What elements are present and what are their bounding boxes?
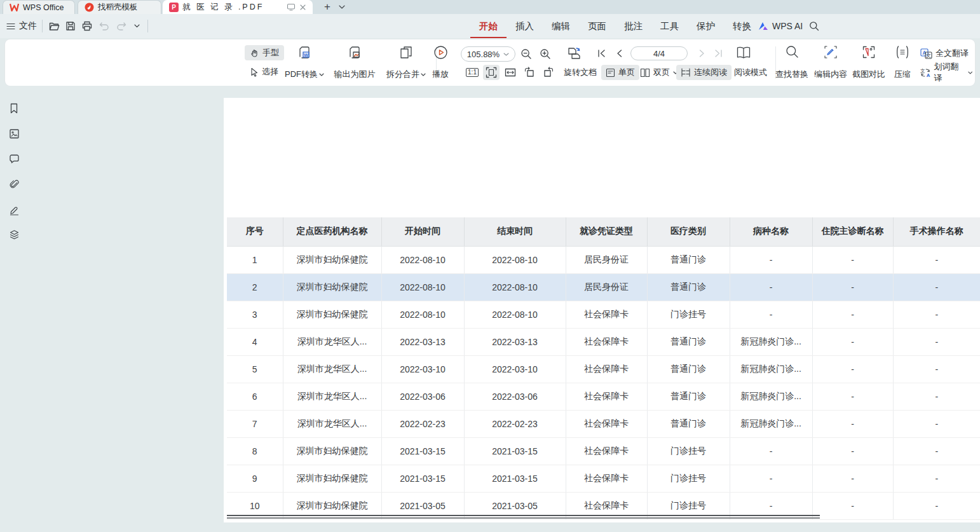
play-button[interactable]: 播放 [426, 45, 454, 80]
full-translate-button[interactable]: A 文 全文翻译 [918, 46, 971, 61]
pdf-convert-button[interactable]: W PDF转换 [280, 45, 329, 80]
quickbar-more-button[interactable] [132, 19, 142, 33]
rotate-right-button[interactable] [540, 65, 557, 80]
table-cell: - [812, 410, 893, 437]
menu-item-home[interactable]: 开始 [470, 14, 507, 38]
open-book-icon [736, 46, 751, 60]
table-header-cell: 医疗类别 [647, 217, 730, 246]
find-replace-button[interactable]: 查找替换 [771, 45, 813, 80]
previous-page-button[interactable] [613, 47, 625, 60]
table-cell: 3 [227, 301, 283, 328]
swap-pages-icon [566, 46, 582, 61]
pdf-convert-label: PDF转换 [285, 69, 318, 80]
table-bottom-scrollbar[interactable] [227, 515, 820, 519]
redo-button[interactable] [114, 19, 128, 33]
screenshot-compare-button[interactable]: 截图对比 [848, 45, 890, 80]
table-cell: 2021-03-15 [381, 465, 464, 492]
file-menu-button[interactable]: 文件 [6, 18, 37, 34]
table-cell: 2022-02-23 [381, 410, 464, 437]
plus-icon: + [324, 1, 330, 13]
menu-item-edit[interactable]: 编辑 [543, 14, 579, 38]
page-number-input[interactable] [630, 46, 688, 60]
open-file-button[interactable] [47, 19, 61, 33]
tab-list-chevron[interactable] [336, 0, 348, 14]
single-page-label: 单页 [618, 67, 635, 78]
select-tool-button[interactable]: 选择 [245, 64, 283, 79]
layers-panel-button[interactable] [8, 229, 20, 240]
print-button[interactable] [80, 19, 94, 33]
table-cell: 2022-08-10 [381, 273, 464, 301]
menu-item-tools[interactable]: 工具 [651, 14, 688, 38]
table-cell: 深圳市龙华区人... [283, 328, 381, 355]
export-image-button[interactable]: 输出为图片 [328, 45, 381, 80]
compress-icon [895, 45, 910, 59]
bookmark-panel-button[interactable] [8, 102, 20, 114]
rotate-left-button[interactable] [521, 65, 538, 80]
menu-item-insert[interactable]: 插入 [507, 14, 543, 38]
last-page-button[interactable] [712, 47, 725, 60]
thumbnails-panel-button[interactable] [8, 128, 20, 139]
undo-button[interactable] [97, 19, 111, 33]
menu-item-page[interactable]: 页面 [579, 14, 615, 38]
continuous-read-button[interactable]: 连续阅读 [676, 65, 732, 80]
first-page-button[interactable] [595, 47, 608, 60]
global-search-button[interactable] [807, 19, 821, 33]
hand-tool-button[interactable]: 手型 [245, 45, 284, 60]
split-merge-label: 拆分合并 [386, 69, 419, 80]
swap-pages-button[interactable] [564, 44, 583, 62]
zoom-level-select[interactable]: 105.88% [461, 46, 515, 62]
window-tab-bar: WPS Office 找稻壳模板 P 就 医 记 录 .PDF + [0, 0, 980, 14]
play-icon [433, 45, 448, 60]
read-mode-label[interactable]: 阅读模式 [730, 65, 772, 80]
chevron-down-icon [421, 73, 426, 76]
table-cell: 居民身份证 [566, 246, 647, 273]
chevron-down-icon [319, 73, 324, 76]
fit-page-button[interactable] [483, 65, 500, 80]
one-to-one-icon: 1:1 [466, 68, 479, 77]
save-button[interactable] [64, 19, 78, 33]
menu-item-protect[interactable]: 保护 [688, 14, 724, 38]
last-page-icon [714, 50, 723, 57]
single-page-button[interactable]: 单页 [601, 65, 639, 80]
double-page-button[interactable]: 双页 [636, 65, 683, 80]
pdf-file-icon: P [169, 3, 179, 12]
next-page-button[interactable] [695, 47, 708, 60]
compress-button[interactable]: 压缩 [889, 45, 916, 80]
tab-active-document[interactable]: P 就 医 记 录 .PDF [163, 0, 313, 14]
table-cell: 社会保障卡 [566, 465, 647, 492]
attachments-panel-button[interactable] [8, 179, 20, 190]
tab-docer-templates[interactable]: 找稻壳模板 [78, 0, 161, 14]
select-tool-label: 选择 [262, 66, 278, 78]
word-translate-button[interactable]: 文 A 划词翻译 [918, 65, 975, 80]
full-translate-label: 全文翻译 [936, 48, 969, 59]
chevron-down-icon [968, 71, 972, 74]
svg-text:A: A [927, 72, 930, 78]
zoom-out-button[interactable] [519, 46, 534, 62]
actual-size-button[interactable]: 1:1 [464, 65, 480, 80]
open-folder-icon [49, 22, 60, 31]
export-image-label: 输出为图片 [334, 69, 376, 80]
table-cell: 新冠肺炎门诊... [730, 383, 812, 410]
wps-ai-button[interactable]: WPS AI [758, 14, 803, 38]
tab-label: 找稻壳模板 [98, 2, 138, 13]
table-cell: - [812, 246, 893, 273]
close-tab-icon[interactable] [299, 4, 306, 11]
split-merge-button[interactable]: 拆分合并 [381, 45, 431, 80]
table-cell: 普通门诊 [647, 328, 730, 355]
comments-panel-button[interactable] [8, 153, 20, 165]
zoom-level-value: 105.88% [467, 50, 500, 59]
table-cell: - [730, 437, 812, 465]
table-cell: 2022-03-13 [464, 328, 566, 355]
redo-icon [116, 22, 126, 31]
find-replace-label: 查找替换 [775, 69, 808, 80]
read-mode-button[interactable] [735, 44, 752, 61]
menu-item-convert[interactable]: 转换 [724, 14, 760, 38]
new-tab-button[interactable]: + [320, 0, 335, 14]
signature-panel-button[interactable] [8, 204, 20, 215]
fit-width-button[interactable] [502, 65, 519, 80]
tab-wps-home[interactable]: WPS Office [3, 0, 75, 14]
edit-content-button[interactable]: 编辑内容 [810, 45, 852, 80]
menu-item-annotate[interactable]: 批注 [615, 14, 651, 38]
rotate-doc-label[interactable]: 旋转文档 [559, 65, 601, 80]
zoom-in-button[interactable] [538, 46, 553, 62]
